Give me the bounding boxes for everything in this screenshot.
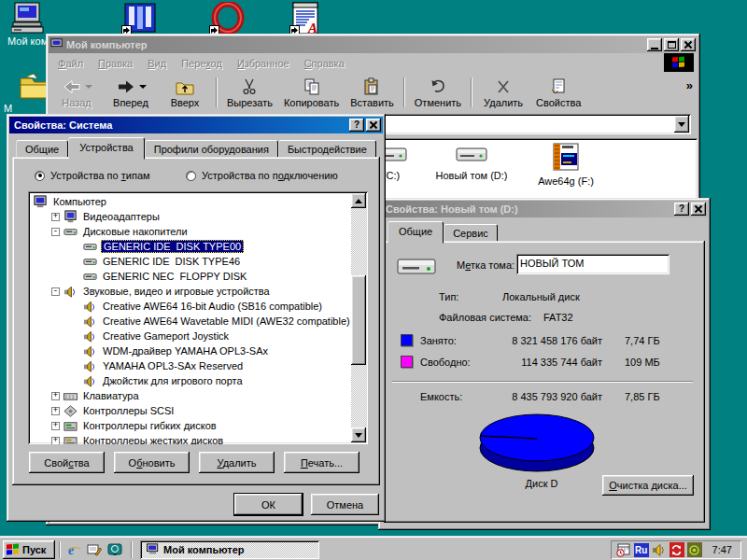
chevron-down-icon[interactable]: [139, 85, 147, 89]
radio-devices-by-connection[interactable]: Устройства по подключению: [186, 170, 338, 181]
tree-expander-minus-icon[interactable]: -: [51, 228, 60, 236]
scroll-up-button[interactable]: [351, 193, 366, 208]
help-button[interactable]: ?: [349, 119, 364, 132]
volume-tab-1[interactable]: Общие: [388, 221, 444, 244]
sound-icon: [83, 344, 97, 358]
tree-item[interactable]: -Дисковые накопители: [30, 224, 349, 239]
volume-dialog-title-bar[interactable]: Свойства: Новый том (D:) ?: [381, 201, 708, 217]
sound-icon: [83, 300, 97, 314]
tree-expander-minus-icon[interactable]: -: [51, 287, 60, 296]
device-tree[interactable]: Компьютер+Видеоадаптеры-Дисковые накопит…: [28, 191, 368, 444]
tray-clock[interactable]: 7:47: [705, 544, 736, 555]
start-button[interactable]: Пуск: [3, 540, 55, 559]
toolbar-paste-button[interactable]: Вставить: [345, 76, 400, 109]
tree-item[interactable]: Creative AWE64 Wavetable MIDI (AWE32 com…: [30, 314, 349, 329]
tree-expander-plus-icon[interactable]: +: [51, 213, 60, 221]
tree-item-label: GENERIC IDE DISK TYPE46: [101, 256, 242, 267]
quicklaunch-channels-icon[interactable]: [106, 541, 123, 558]
close-button[interactable]: [691, 203, 706, 216]
back-icon: [62, 77, 92, 96]
menu-edit[interactable]: Правка: [92, 56, 139, 71]
menu-view[interactable]: Вид: [141, 56, 173, 71]
dialog-title: Свойства: Система: [14, 119, 112, 131]
cancel-button[interactable]: Отмена: [311, 494, 379, 515]
tree-item[interactable]: -Звуковые, видео и игровые устройства: [30, 284, 349, 299]
tree-item[interactable]: +Контроллеры SCSI: [30, 403, 349, 418]
tray-volume-icon[interactable]: [652, 542, 667, 557]
desktop-icon-opera[interactable]: [207, 2, 248, 35]
sound-icon: [83, 329, 97, 343]
tree-item[interactable]: GENERIC IDE DISK TYPE00: [30, 239, 349, 254]
disk-cleanup-button[interactable]: Очистка диска...: [602, 475, 694, 496]
print-button[interactable]: Печать...: [284, 452, 359, 473]
volume-label-input[interactable]: НОВЫЙ ТОМ: [516, 254, 669, 274]
tree-item[interactable]: GENERIC NEC FLOPPY DISK: [30, 269, 349, 284]
tree-item[interactable]: +Видеоадаптеры: [30, 209, 349, 224]
quicklaunch-show-desktop-icon[interactable]: [86, 541, 103, 558]
tree-expander-plus-icon[interactable]: +: [51, 422, 60, 430]
tree-item[interactable]: +Контроллеры гибких дисков: [30, 418, 349, 433]
tree-item[interactable]: Creative AWE64 16-bit Audio (SB16 compat…: [30, 299, 349, 314]
menu-go[interactable]: Переход: [175, 56, 229, 71]
desktop-icon-shortcut-binder[interactable]: [120, 2, 161, 35]
quicklaunch-ie-icon[interactable]: e: [65, 541, 82, 558]
taskbar-task-my-computer[interactable]: Мой компьютер: [140, 540, 319, 559]
tree-expander-plus-icon[interactable]: +: [51, 437, 60, 445]
triangle-down-icon: [355, 433, 362, 438]
tree-item[interactable]: WDM-драйвер YAMAHA OPL3-SAx: [30, 343, 349, 358]
system-dialog-title-bar[interactable]: Свойства: Система ?: [9, 117, 383, 133]
radio-label: Устройства по типам: [50, 170, 150, 181]
menu-favorites[interactable]: Избранное: [231, 56, 296, 71]
tree-item[interactable]: YAMAHA OPL3-SAx Reserved: [30, 358, 349, 373]
toolbar-undo-button[interactable]: Отменить: [409, 76, 467, 109]
tray-nvidia-icon[interactable]: [687, 542, 702, 557]
tray-sync-icon[interactable]: [669, 542, 684, 557]
separator: [392, 381, 693, 383]
toolbar-delete-button[interactable]: Удалить: [476, 76, 530, 109]
tree-item[interactable]: +Клавиатура: [30, 388, 349, 403]
file-item-drive-d[interactable]: Новый том (D:): [425, 143, 518, 181]
toolbar-overflow-chevron[interactable]: »: [686, 78, 693, 92]
refresh-button[interactable]: Обновить: [114, 452, 190, 473]
tree-item[interactable]: Джойстик для игрового порта: [30, 373, 349, 388]
system-tab-2[interactable]: Устройства: [68, 137, 145, 160]
forward-icon: [116, 77, 147, 96]
tray-scheduler-icon[interactable]: [616, 542, 631, 557]
address-dropdown-button[interactable]: [674, 116, 689, 133]
toolbar-forward-button[interactable]: Вперед: [104, 76, 158, 109]
properties-button[interactable]: Свойства: [29, 452, 105, 473]
tree-item[interactable]: +Контроллеры жестких дисков: [30, 433, 349, 444]
minimize-button[interactable]: [647, 38, 662, 51]
file-item-drive-f[interactable]: Awe64g (F:): [519, 143, 613, 187]
close-button[interactable]: [366, 119, 381, 132]
scroll-down-button[interactable]: [351, 427, 366, 442]
tray-language-indicator[interactable]: Ru: [634, 543, 649, 557]
separator: [403, 77, 405, 107]
remove-button[interactable]: Удалить: [199, 452, 275, 473]
help-button[interactable]: ?: [674, 203, 689, 216]
desktop-icon-document[interactable]: A: [288, 2, 329, 35]
menu-help[interactable]: Справка: [298, 56, 351, 71]
toolbar-up-button[interactable]: Вверх: [158, 76, 212, 109]
toolbar-properties-button[interactable]: Свойства: [530, 76, 586, 109]
explorer-title-bar[interactable]: Мой компьютер: [49, 36, 698, 53]
chevron-down-icon[interactable]: [85, 85, 92, 89]
ok-button[interactable]: ОК: [234, 494, 303, 515]
scroll-thumb[interactable]: [351, 275, 366, 365]
radio-devices-by-type[interactable]: Устройства по типам: [35, 170, 150, 181]
tree-item[interactable]: Creative Gameport Joystick: [30, 329, 349, 343]
toolbar-back-button[interactable]: Назад: [49, 76, 104, 109]
maximize-button[interactable]: [664, 38, 679, 51]
vertical-scrollbar[interactable]: [351, 193, 366, 442]
tree-item[interactable]: GENERIC IDE DISK TYPE46: [30, 254, 349, 269]
close-button[interactable]: [681, 38, 696, 51]
taskbar: Пуск e Мой компьютер Ru 7:47: [0, 536, 747, 560]
tree-expander-plus-icon[interactable]: +: [51, 407, 60, 415]
tree-expander-plus-icon[interactable]: +: [51, 392, 60, 400]
toolbar-copy-button[interactable]: Копировать: [278, 76, 345, 109]
windows-flag-icon: [672, 57, 685, 69]
toolbar-cut-button[interactable]: Вырезать: [221, 76, 278, 109]
capacity-caption: Емкость:: [420, 391, 462, 402]
menu-file[interactable]: Файл: [51, 56, 90, 71]
tree-item[interactable]: Компьютер: [30, 194, 349, 209]
